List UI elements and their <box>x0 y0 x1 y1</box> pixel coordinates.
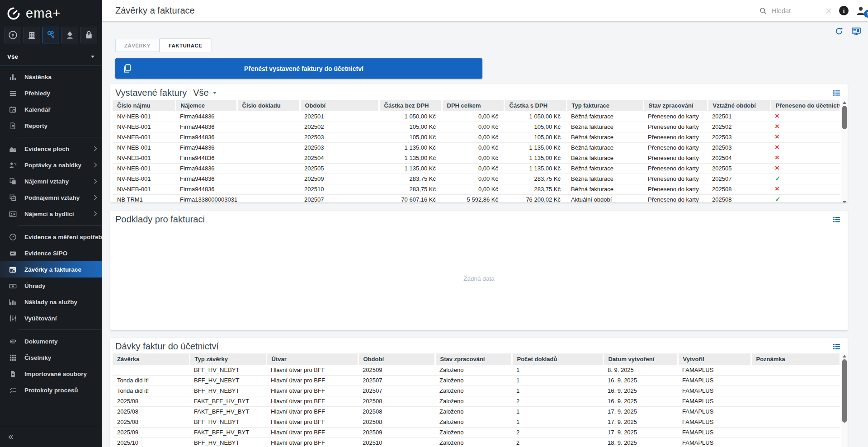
sidebar-item-evidence-a-mereni-spotreb[interactable]: Evidence a měření spotřeb <box>0 229 102 245</box>
logo-text: ema+ <box>26 6 61 21</box>
column-header[interactable]: Útvar <box>266 353 358 365</box>
column-header[interactable]: Počet dokladů <box>512 353 603 365</box>
cell: FAMAPLUS <box>678 406 751 417</box>
scrollbar-thumb[interactable] <box>842 359 847 423</box>
scroll-down-icon[interactable] <box>843 201 846 203</box>
info-icon[interactable]: i <box>839 6 849 15</box>
sidebar-item-protokoly-procesu[interactable]: Protokoly procesů <box>0 382 102 398</box>
table-row[interactable]: NV-NEB-001Firma944836202510283,75 Kč0,00… <box>113 184 840 194</box>
column-header[interactable]: Závěrka <box>113 353 189 365</box>
paperclip-icon <box>8 337 17 346</box>
table-row[interactable]: NV-NEB-001Firma9448362025041 135,00 Kč0,… <box>113 153 840 163</box>
table-row[interactable]: BFF_HV_NEBYTHlavní útvar pro BFF202509Za… <box>113 365 840 375</box>
scroll-up-icon[interactable] <box>843 101 846 104</box>
column-header[interactable]: Částka s DPH <box>504 100 566 111</box>
sidebar-item-prehledy[interactable]: Přehledy <box>0 85 102 101</box>
user-icon[interactable]: 1 <box>855 5 867 16</box>
cell: Založeno <box>435 365 512 375</box>
column-header[interactable]: Číslo dokladu <box>237 100 300 111</box>
module-tabs <box>0 24 102 47</box>
table-row[interactable]: NV-NEB-001Firma944836202502105,00 Kč0,00… <box>113 122 840 132</box>
table-row[interactable]: NV-NEB-001Firma9448362025031 135,00 Kč0,… <box>113 142 840 153</box>
clear-search-icon[interactable] <box>825 7 832 14</box>
sidebar-item-nastenka[interactable]: Nástěnka <box>0 69 102 85</box>
sidebar-item-dokumenty[interactable]: Dokumenty <box>0 333 102 349</box>
module-tab-bag[interactable] <box>80 27 97 43</box>
table-row[interactable]: NV-NEB-001Firma944836202503105,00 Kč0,00… <box>113 132 840 142</box>
table-row[interactable]: NV-NEB-001Firma9448362025051 135,00 Kč0,… <box>113 163 840 174</box>
scroll-up-icon[interactable] <box>843 355 846 358</box>
table-row[interactable]: Tonda did it!BFF_HV_NEBYTHlavní útvar pr… <box>113 386 840 396</box>
document-icon <box>8 121 17 130</box>
column-settings-icon[interactable] <box>832 88 841 98</box>
status-cell: ✓ <box>770 174 840 184</box>
column-header[interactable]: Typ fakturace <box>566 100 643 111</box>
table-scrollbar[interactable] <box>841 353 848 447</box>
search-input[interactable] <box>771 7 818 15</box>
invoices-filter-dropdown[interactable]: Vše <box>193 88 216 98</box>
module-tab-buildings[interactable] <box>24 27 40 43</box>
check-icon: ✓ <box>775 195 781 202</box>
column-header[interactable]: Nájemce <box>175 100 237 111</box>
column-header[interactable]: Poznámka <box>751 353 840 365</box>
sidebar-collapse-button[interactable]: « <box>8 431 19 441</box>
tab-fakturace[interactable]: FAKTURACE <box>160 39 212 52</box>
workspace-filter-dropdown[interactable]: Vše <box>0 47 102 66</box>
sidebar-item-ciselniky[interactable]: Číselníky <box>0 349 102 366</box>
module-tab-keys[interactable] <box>42 27 59 43</box>
sidebar-item-importovane-soubory[interactable]: Importované soubory <box>0 366 102 382</box>
sidebar-item-vyuctovani[interactable]: Vyúčtování <box>0 310 102 326</box>
column-header[interactable]: Datum vytvoření <box>603 353 678 365</box>
sidebar-item-najemci-a-bydlici[interactable]: Nájemci a bydlící <box>0 206 102 222</box>
table-row[interactable]: 2025/08BFF_HV_NEBYTHlavní útvar pro BFF2… <box>113 417 840 427</box>
transfer-invoices-button[interactable]: Přenést vystavené faktury do účetnictví <box>115 58 482 79</box>
column-header[interactable]: Stav zpracování <box>643 100 708 111</box>
table-row[interactable]: 2025/08FAKT_BFF_HV_BYTHlavní útvar pro B… <box>113 406 840 417</box>
column-header[interactable]: Přeneseno do účetnictví <box>770 100 840 111</box>
scrollbar-thumb[interactable] <box>842 106 847 129</box>
table-row[interactable]: NV-NEB-001Firma944836202509283,75 Kč0,00… <box>113 174 840 184</box>
sidebar-item-evidence-sipo[interactable]: Evidence SIPO <box>0 245 102 261</box>
table-row[interactable]: NB TRM1Firma1338000003031520250770 607,1… <box>113 194 840 202</box>
column-header[interactable]: Číslo nájmu <box>113 100 175 111</box>
sidebar-item-kalendar[interactable]: Kalendář <box>0 101 102 118</box>
chevron-down-icon <box>213 92 217 94</box>
table-row[interactable]: NV-NEB-001Firma9448362025011 050,00 Kč0,… <box>113 111 840 122</box>
refresh-icon[interactable] <box>835 27 844 36</box>
column-header[interactable]: Typ závěrky <box>189 353 266 365</box>
table-row[interactable]: 2025/09FAKT_BFF_HV_BYTHlavní útvar pro B… <box>113 427 840 438</box>
chevron-right-icon <box>94 162 97 168</box>
table-row[interactable]: 2025/10BFF_HV_NEBYTHlavní útvar pro BFF2… <box>113 438 840 447</box>
cell: 0,00 Kč <box>442 163 504 174</box>
column-header[interactable]: Vytvořil <box>678 353 751 365</box>
column-header[interactable]: Období <box>300 100 379 111</box>
cell: Firma944836 <box>175 111 237 122</box>
column-header[interactable]: Období <box>358 353 435 365</box>
column-settings-icon[interactable] <box>832 342 841 351</box>
sidebar-item-evidence-ploch[interactable]: Evidence ploch <box>0 141 102 157</box>
column-header[interactable]: DPH celkem <box>442 100 504 111</box>
table-row[interactable]: 2025/08FAKT_BFF_HV_BYTHlavní útvar pro B… <box>113 396 840 406</box>
cell: 1 135,00 Kč <box>504 142 566 153</box>
sidebar-item-reporty[interactable]: Reporty <box>0 118 102 134</box>
chevron-right-icon <box>94 146 97 151</box>
sidebar-item-uhrady[interactable]: Úhrady <box>0 278 102 294</box>
cell: Založeno <box>435 396 512 406</box>
tab-zaverky[interactable]: ZÁVĚRKY <box>115 39 160 52</box>
sidebar-item-najemni-vztahy[interactable]: Nájemní vztahy <box>0 173 102 189</box>
column-settings-icon[interactable] <box>832 215 841 224</box>
table-row[interactable]: Tonda did it!BFF_HV_NEBYTHlavní útvar pr… <box>113 375 840 386</box>
sidebar-item-zaverky-a-fakturace[interactable]: Závěrky a fakturace <box>0 261 102 278</box>
column-header[interactable]: Částka bez DPH <box>379 100 442 111</box>
monitor-icon[interactable] <box>851 27 861 36</box>
sidebar-item-poptavky-a-nabidky[interactable]: ? Poptávky a nabídky <box>0 157 102 173</box>
column-header[interactable]: Stav zpracování <box>435 353 512 365</box>
list-icon <box>8 89 17 98</box>
module-tab-energy[interactable] <box>5 27 21 43</box>
table-scrollbar[interactable] <box>841 100 848 202</box>
sidebar-item-podnajemni-vztahy[interactable]: Podnájemní vztahy <box>0 189 102 206</box>
column-header[interactable]: Vztažné období <box>708 100 770 111</box>
module-tab-worker[interactable] <box>61 27 78 43</box>
cell: Přeneseno do karty <box>643 174 708 184</box>
sidebar-item-naklady-na-sluzby[interactable]: Náklady na služby <box>0 294 102 310</box>
